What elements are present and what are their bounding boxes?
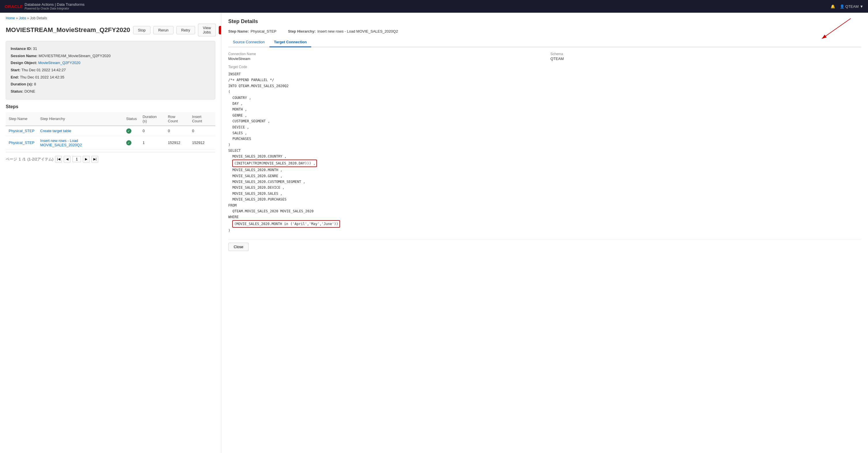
tab-source-connection[interactable]: Source Connection	[228, 37, 270, 47]
breadcrumb-jobs[interactable]: Jobs	[19, 16, 26, 20]
table-row: Physical_STEP Create target table ✓ 0 0 …	[6, 126, 215, 136]
code-line-18: MOVIE_SALES_2020.GENRE ,	[228, 173, 861, 179]
row-count-1: 0	[165, 126, 189, 136]
code-line-25: WHERE	[228, 214, 861, 220]
steps-table-container: Step Name Step Hierarchy Status Duration…	[6, 112, 215, 150]
stop-button[interactable]: Stop	[133, 26, 151, 34]
col-step-hierarchy: Step Hierarchy	[37, 112, 123, 126]
start-value: Thu Dec 01 2022 14:42:27	[21, 68, 66, 72]
design-object-link[interactable]: MovieStream_Q2FY2020	[38, 61, 81, 65]
code-block: INSERT /*+ APPEND PARALLEL */ INTO QTEAM…	[228, 71, 861, 234]
connection-info-grid: Connection Name MovieStream Schema QTEAM	[228, 52, 861, 61]
step-details-title: Step Details	[228, 19, 861, 25]
code-line-27: )	[228, 228, 861, 233]
col-insert-count: Insert Count	[189, 112, 215, 126]
view-jobs-button[interactable]: View Jobs	[198, 24, 216, 36]
col-step-name: Step Name	[6, 112, 37, 126]
schema-col: Schema QTEAM	[551, 52, 861, 61]
oracle-logo: ORACLE Database Actions | Data Transform…	[5, 2, 85, 10]
top-bar: ORACLE Database Actions | Data Transform…	[0, 0, 868, 13]
close-btn-row: Close	[228, 239, 861, 251]
status-ok-icon-1: ✓	[126, 129, 131, 134]
code-line-12: PURCHASES	[228, 136, 861, 142]
duration-1: 0	[140, 126, 165, 136]
pagination: ページ 1 /1 (1-2/2アイテム) |◀ ◀ ▶ ▶|	[6, 156, 215, 163]
col-status: Status	[123, 112, 140, 126]
code-line-15: MOVIE_SALES_2020.COUNTRY ,	[228, 153, 861, 159]
step-name-link-2[interactable]: Physical_STEP	[9, 141, 35, 145]
connection-name-label: Connection Name	[228, 52, 539, 56]
code-line-7: MONTH ,	[228, 107, 861, 112]
total-pages: /1	[23, 157, 26, 161]
page-num: 1	[19, 157, 21, 161]
insert-count-2: 152912	[189, 136, 215, 149]
step-hierarchy-label: Step Hierarchy:	[288, 29, 315, 33]
schema-label: Schema	[551, 52, 861, 56]
breadcrumb-home[interactable]: Home	[6, 16, 15, 20]
code-line-4: (	[228, 89, 861, 95]
main-container: Home » Jobs » Job Details MOVIESTREAM_Mo…	[0, 13, 868, 453]
delete-button[interactable]: Delete	[219, 26, 221, 34]
steps-table: Step Name Step Hierarchy Status Duration…	[6, 112, 215, 150]
code-line-8: GENRE ,	[228, 113, 861, 118]
code-line-13: )	[228, 142, 861, 148]
user-menu[interactable]: 👤 QTEAM ▼	[840, 4, 863, 9]
end-label: End:	[11, 75, 19, 79]
instance-id-label: Instance ID:	[11, 47, 32, 51]
pagination-input[interactable]	[72, 156, 81, 162]
session-name-value: MOVIESTREAM_MovieStream_Q2FY2020	[39, 54, 111, 58]
step-hierarchy-item: Step Hierarchy: Insert new rows - Load M…	[288, 29, 398, 33]
end-value: Thu Dec 01 2022 14:42:35	[20, 75, 64, 79]
top-bar-left: ORACLE Database Actions | Data Transform…	[5, 2, 85, 10]
code-line-11: SALES ,	[228, 130, 861, 136]
connection-name-value: MovieStream	[228, 57, 539, 61]
code-line-6: DAY ,	[228, 101, 861, 107]
page-label: ページ	[6, 157, 17, 162]
highlight-where: (MOVIE_SALES_2020.MONTH in ('April','May…	[232, 220, 340, 228]
steps-title: Steps	[6, 104, 215, 109]
code-line-23: FROM	[228, 203, 861, 208]
code-line-24: QTEAM.MOVIE_SALES_2020 MOVIE_SALES_2020	[228, 208, 861, 214]
status-value: DONE	[25, 89, 35, 93]
duration-value: 8	[34, 82, 36, 86]
bell-icon[interactable]: 🔔	[831, 4, 835, 9]
status-ok-icon-2: ✓	[126, 140, 131, 145]
step-detail-row: Step Name: Physical_STEP Step Hierarchy:…	[228, 29, 861, 33]
rerun-button[interactable]: Rerun	[153, 26, 173, 34]
left-panel: Home » Jobs » Job Details MOVIESTREAM_Mo…	[0, 13, 221, 453]
col-duration: Duration (s)	[140, 112, 165, 126]
code-line-19: MOVIE_SALES_2020.CUSTOMER_SEGMENT ,	[228, 179, 861, 185]
right-panel: Step Details Step Name: Physical_STEP St…	[221, 13, 868, 453]
step-hierarchy-link-2[interactable]: Insert new rows - Load MOVIE_SALES_2020Q…	[40, 139, 82, 147]
step-name-item: Step Name: Physical_STEP	[228, 29, 276, 33]
schema-value: QTEAM	[551, 57, 861, 61]
pagination-prev[interactable]: ◀	[64, 156, 71, 163]
close-button[interactable]: Close	[228, 243, 249, 251]
step-name-value: Physical_STEP	[251, 29, 277, 33]
tab-target-connection[interactable]: Target Connection	[270, 37, 312, 47]
pagination-last[interactable]: ▶|	[91, 156, 98, 163]
breadcrumb-job-details: Job Details	[30, 16, 47, 20]
retry-button[interactable]: Retry	[176, 26, 195, 34]
oracle-logo-text: ORACLE	[5, 4, 23, 9]
breadcrumb: Home » Jobs » Job Details	[6, 16, 215, 20]
step-name-link-1[interactable]: Physical_STEP	[9, 129, 35, 133]
table-row: Physical_STEP Insert new rows - Load MOV…	[6, 136, 215, 149]
target-code-label: Target Code	[228, 65, 861, 69]
code-line-3: INTO QTEAM.MOVIE_SALES_2020Q2	[228, 83, 861, 89]
design-object-label: Design Object:	[11, 61, 37, 65]
code-line-16: (INITCAP(TRIM(MOVIE_SALES_2020.DAY))) ,	[228, 160, 861, 167]
code-line-22: MOVIE_SALES_2020.PURCHASES	[228, 197, 861, 202]
top-bar-right: 🔔 👤 QTEAM ▼	[831, 4, 863, 9]
code-line-14: SELECT	[228, 148, 861, 153]
duration-label: Duration (s):	[11, 82, 33, 86]
session-name-label: Session Name:	[11, 54, 37, 58]
status-label: Status:	[11, 89, 23, 93]
start-label: Start:	[11, 68, 21, 72]
step-hierarchy-link-1[interactable]: Create target table	[40, 129, 71, 133]
pagination-first[interactable]: |◀	[55, 156, 62, 163]
highlight-initcap: (INITCAP(TRIM(MOVIE_SALES_2020.DAY))) ,	[232, 160, 317, 167]
instance-id-value: 31	[33, 47, 37, 51]
pagination-next[interactable]: ▶	[83, 156, 90, 163]
page-title-row: MOVIESTREAM_MovieStream_Q2FY2020 Stop Re…	[6, 24, 215, 36]
